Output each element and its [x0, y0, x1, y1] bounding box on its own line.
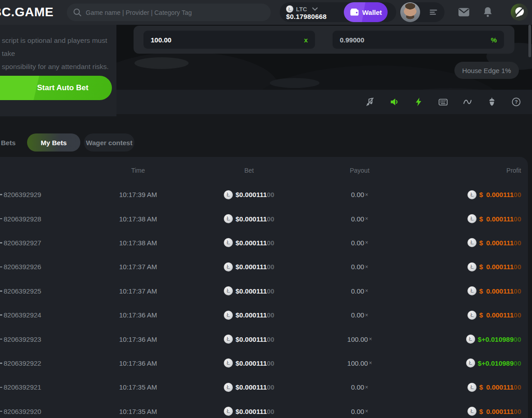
ltc-coin-icon: Ł: [467, 383, 476, 392]
profit-cell: Ł $0.00011100: [404, 375, 521, 399]
bet-row[interactable]: 8206392923 10:17:36 AM Ł $0.00011100 100…: [0, 327, 528, 351]
start-auto-bet-button[interactable]: Start Auto Bet: [0, 76, 112, 100]
ltc-coin-icon: Ł: [224, 214, 233, 223]
payout-multiplier-input[interactable]: [151, 36, 304, 44]
bet-amount: Ł $0.00011100: [206, 375, 292, 399]
bet-time: 10:17:38 AM: [97, 231, 179, 255]
bet-time: 10:17:39 AM: [97, 183, 179, 207]
bet-payout: 0.00×: [317, 255, 402, 279]
ltc-coin-icon: Ł: [224, 335, 233, 344]
bet-time: 10:17:36 AM: [97, 351, 179, 375]
my-bets-table: Time Bet Payout Profit 8206392929 10:17:…: [0, 157, 528, 418]
tab-my-bets[interactable]: My Bets: [27, 133, 80, 152]
bet-row[interactable]: 8206392920 10:17:35 AM Ł $0.00011100 0.0…: [0, 400, 528, 418]
profit-cell: Ł $+0.01098900: [404, 351, 521, 375]
bet-row[interactable]: 8206392925 10:17:37 AM Ł $0.00011100 0.0…: [0, 279, 528, 303]
bet-payout: 0.00×: [317, 400, 402, 418]
bet-row[interactable]: 8206392927 10:17:38 AM Ł $0.00011100 0.0…: [0, 231, 528, 255]
site-logo[interactable]: BC.GAME: [0, 5, 54, 19]
profit-cell: Ł $0.00011100: [404, 207, 521, 230]
bet-id: 8206392926: [0, 255, 90, 279]
chat-bubble-icon: [513, 6, 525, 18]
ltc-coin-icon: Ł: [224, 407, 233, 416]
wallet-button[interactable]: Wallet: [344, 2, 388, 22]
profit-cell: Ł $0.00011100: [404, 303, 521, 327]
chevron-down-icon: [312, 7, 318, 11]
search-input[interactable]: [86, 9, 264, 16]
bet-row[interactable]: 8206392922 10:17:36 AM Ł $0.00011100 100…: [0, 351, 528, 375]
bet-time: 10:17:35 AM: [97, 375, 179, 399]
fairness-seed-icon[interactable]: [487, 97, 497, 107]
bet-payout: 100.00×: [317, 327, 402, 351]
bet-row[interactable]: 8206392921 10:17:35 AM Ł $0.00011100 0.0…: [0, 375, 528, 399]
wallet-balance: $0.17980668: [286, 13, 327, 20]
wallet-icon: [350, 8, 359, 17]
win-chance-input[interactable]: [340, 36, 491, 44]
ltc-coin-icon: Ł: [224, 358, 233, 367]
chat-button[interactable]: [511, 4, 528, 21]
bet-row[interactable]: 8206392929 10:17:39 AM Ł $0.00011100 0.0…: [0, 183, 528, 207]
ltc-coin-icon: Ł: [286, 5, 293, 13]
bet-id: 8206392920: [0, 400, 90, 418]
bet-row[interactable]: 8206392926 10:17:37 AM Ł $0.00011100 0.0…: [0, 255, 528, 279]
messages-icon[interactable]: [458, 6, 470, 20]
ltc-coin-icon: Ł: [467, 262, 476, 271]
bet-row[interactable]: 8206392924 10:17:36 AM Ł $0.00011100 0.0…: [0, 303, 528, 327]
profit-cell: Ł $+0.01098900: [404, 327, 521, 351]
hotkeys-keyboard-icon[interactable]: [438, 97, 448, 107]
bet-row[interactable]: 8206392928 10:17:38 AM Ł $0.00011100 0.0…: [0, 207, 528, 230]
sound-on-icon[interactable]: [389, 97, 399, 107]
autobet-sidebar: script is optional and players must take…: [0, 25, 116, 116]
tab-all-bets[interactable]: Bets: [1, 133, 16, 152]
bet-payout: 0.00×: [317, 183, 402, 207]
ltc-coin-icon: Ł: [224, 262, 233, 271]
house-edge-badge: House Edge 1%: [454, 62, 519, 79]
ltc-coin-icon: Ł: [224, 286, 233, 295]
bet-payout: 0.00×: [317, 231, 402, 255]
top-navbar: BC.GAME Ł LTC $0.17980668 Wallet: [0, 0, 532, 25]
tab-wager-contest[interactable]: Wager contest: [84, 133, 134, 152]
bet-amount: Ł $0.00011100: [206, 327, 292, 351]
profit-cell: Ł $0.00011100: [404, 400, 521, 418]
bet-payout: 100.00×: [317, 351, 402, 375]
bet-time: 10:17:36 AM: [97, 327, 179, 351]
bet-id: 8206392921: [0, 375, 90, 399]
page-scrollbar-thumb[interactable]: [528, 25, 531, 57]
bet-amount: Ł $0.00011100: [206, 255, 292, 279]
screen: x % House Edge 1% ? scr: [0, 0, 532, 418]
bet-settings-card: x %: [134, 26, 514, 54]
search-bar[interactable]: [67, 4, 271, 21]
ltc-coin-icon: Ł: [467, 214, 476, 223]
currency-code: LTC: [296, 6, 307, 13]
help-icon[interactable]: ?: [511, 97, 521, 107]
ltc-coin-icon: Ł: [467, 190, 476, 199]
turbo-bolt-icon[interactable]: [414, 97, 424, 107]
payout-multiplier-field[interactable]: x: [143, 31, 315, 49]
ltc-coin-icon: Ł: [466, 358, 475, 367]
bet-amount: Ł $0.00011100: [206, 231, 292, 255]
avatar[interactable]: [400, 2, 420, 22]
ltc-coin-icon: Ł: [224, 383, 233, 392]
percent-suffix: %: [491, 36, 497, 44]
profile-menu[interactable]: [400, 2, 444, 22]
bet-amount: Ł $0.00011100: [206, 207, 292, 230]
bet-payout: 0.00×: [317, 279, 402, 303]
ltc-coin-icon: Ł: [467, 238, 476, 247]
bet-payout: 0.00×: [317, 303, 402, 327]
notifications-bell-icon[interactable]: [482, 6, 493, 20]
cloud-blob: [270, 78, 319, 88]
profit-cell: Ł $0.00011100: [404, 279, 521, 303]
bet-payout: 0.00×: [317, 375, 402, 399]
music-off-icon[interactable]: [365, 97, 375, 107]
bet-id: 8206392927: [0, 231, 90, 255]
risk-line-1: script is optional and players must take: [2, 34, 116, 60]
bets-tabs: Bets My Bets Wager contest: [0, 133, 532, 152]
bet-id: 8206392922: [0, 351, 90, 375]
bet-id: 8206392929: [0, 183, 90, 207]
win-chance-field[interactable]: %: [333, 31, 504, 49]
bet-time: 10:17:37 AM: [97, 279, 179, 303]
live-stats-icon[interactable]: [463, 97, 472, 107]
ltc-coin-icon: Ł: [466, 335, 475, 344]
multiplier-suffix: x: [304, 36, 308, 44]
ltc-coin-icon: Ł: [467, 407, 476, 416]
